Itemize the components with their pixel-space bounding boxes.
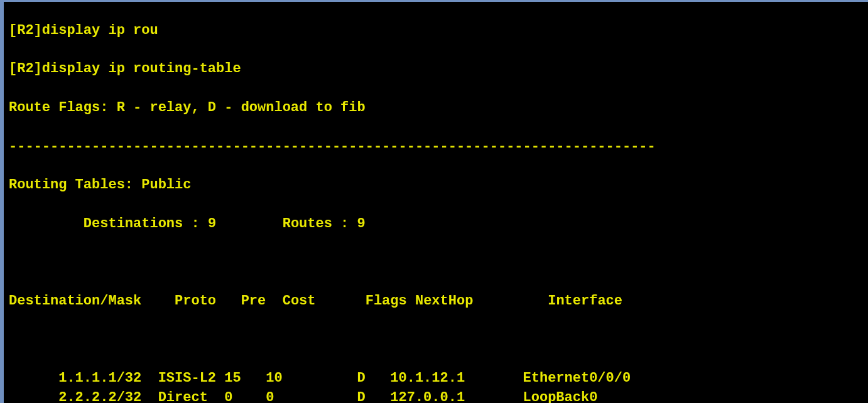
summary-line: Destinations : 9 Routes : 9	[9, 215, 863, 234]
col-flags: Flags	[366, 293, 407, 309]
col-proto: Proto	[175, 293, 216, 309]
routes-count: 9	[357, 216, 366, 232]
blank-line	[9, 331, 863, 350]
col-pre: Pre	[241, 293, 266, 309]
separator-line: ----------------------------------------…	[9, 137, 863, 157]
col-iface: Interface	[548, 293, 622, 309]
dest-label: Destinations :	[84, 216, 200, 232]
routing-tables-title: Routing Tables: Public	[9, 176, 863, 195]
blank-line	[9, 253, 863, 272]
col-nexthop: NextHop	[415, 293, 473, 309]
table-header-row: Destination/Mask Proto Pre Cost Flags Ne…	[9, 292, 863, 311]
col-cost: Cost	[283, 293, 316, 309]
route-flags-legend: Route Flags: R - relay, D - download to …	[9, 99, 863, 118]
terminal-window[interactable]: [R2]display ip rou [R2]display ip routin…	[0, 0, 868, 403]
command-line: [R2]display ip routing-table	[9, 60, 863, 79]
routes-body: 1.1.1.1/32 ISIS-L2 15 10 D 10.1.12.1 Eth…	[9, 369, 863, 403]
dest-count: 9	[208, 216, 216, 232]
table-row: 1.1.1.1/32 ISIS-L2 15 10 D 10.1.12.1 Eth…	[9, 369, 863, 389]
prev-command-partial: [R2]display ip rou	[9, 21, 863, 41]
col-dest: Destination/Mask	[9, 293, 141, 309]
table-row: 2.2.2.2/32 Direct 0 0 D 127.0.0.1 LoopBa…	[9, 389, 863, 403]
routes-label: Routes :	[283, 216, 349, 232]
